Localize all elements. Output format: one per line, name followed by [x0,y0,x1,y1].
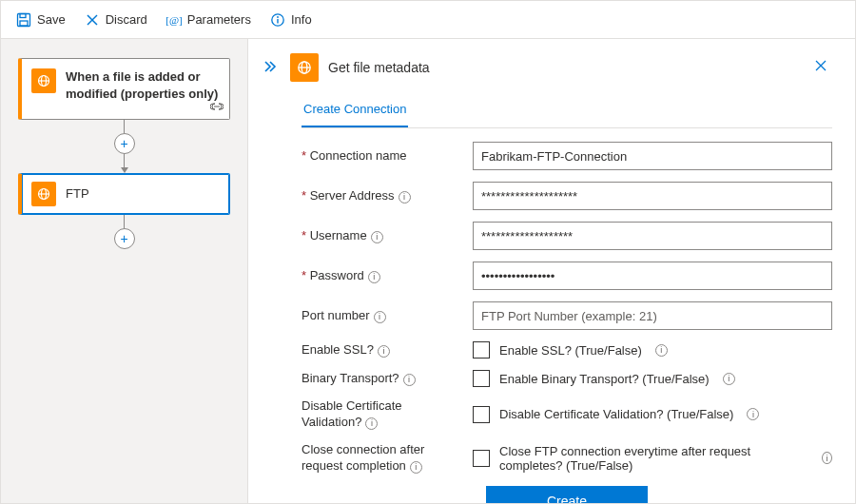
detail-panel: Get file metadata Create Connection Conn… [248,39,855,503]
label-cert: Disable Certificate Validation?i [302,398,463,431]
ftp-icon [31,68,56,93]
connector-2: + [18,215,230,249]
svg-rect-2 [20,21,28,26]
label-server-address: Server Addressi [302,188,463,204]
action-node-ftp[interactable]: FTP [18,173,230,215]
close-check-label: Close FTP connection everytime after req… [499,444,808,473]
svg-rect-8 [277,19,278,24]
connector-1: + [18,120,230,173]
close-checkbox[interactable] [473,450,490,467]
server-address-input[interactable] [473,182,832,210]
ssl-checkbox[interactable] [473,341,490,359]
label-ssl: Enable SSL?i [302,342,463,359]
info-icon[interactable]: i [822,452,832,464]
connection-name-input[interactable] [473,142,832,170]
binary-checkbox[interactable] [473,370,490,387]
panel-title: Get file metadata [328,60,430,75]
collapse-icon[interactable] [260,56,281,79]
discard-button[interactable]: Discard [77,7,155,33]
info-icon[interactable]: i [378,345,390,358]
add-step-button-2[interactable]: + [114,228,135,249]
info-icon[interactable]: i [747,408,759,420]
ftp-icon [31,182,56,206]
info-icon[interactable]: i [374,311,386,323]
connection-form: Connection name Server Addressi Username… [302,142,832,503]
save-label: Save [37,12,66,27]
binary-check-label: Enable Binary Transport? (True/False) [499,372,710,386]
label-close: Close connection after request completio… [302,442,463,475]
trigger-node-title: When a file is added or modified (proper… [66,68,220,102]
info-icon [270,12,285,28]
username-input[interactable] [473,222,832,250]
panel-header: Get file metadata [260,52,832,83]
close-icon[interactable] [809,52,832,83]
discard-label: Discard [106,12,147,27]
parameters-icon: [@] [166,12,182,28]
label-binary: Binary Transport?i [302,371,463,387]
tab-create-connection[interactable]: Create Connection [302,94,408,127]
svg-rect-1 [20,13,26,17]
info-button[interactable]: Info [263,7,320,33]
label-connection-name: Connection name [302,148,463,165]
info-icon[interactable]: i [368,271,380,283]
info-icon[interactable]: i [410,461,422,474]
add-step-button-1[interactable]: + [114,133,135,154]
label-port: Port numberi [302,308,463,324]
info-icon[interactable]: i [655,344,668,357]
port-input[interactable] [473,301,832,330]
save-button[interactable]: Save [9,7,73,33]
password-input[interactable] [473,262,832,290]
info-icon[interactable]: i [399,191,411,204]
info-icon[interactable]: i [365,417,378,430]
command-bar: Save Discard [@] Parameters Info [1,1,855,39]
create-button[interactable]: Create [486,486,648,503]
label-username: Usernamei [302,228,463,244]
info-icon[interactable]: i [371,231,383,243]
main-area: When a file is added or modified (proper… [1,39,855,503]
tab-row: Create Connection [302,94,832,128]
trigger-node[interactable]: When a file is added or modified (proper… [18,58,230,120]
discard-icon [85,12,100,28]
parameters-label: Parameters [187,12,251,27]
label-password: Passwordi [302,268,463,284]
info-icon[interactable]: i [723,373,735,385]
ssl-check-label: Enable SSL? (True/False) [499,343,642,358]
action-node-title: FTP [66,185,89,203]
info-icon[interactable]: i [403,374,416,386]
parameters-button[interactable]: [@] Parameters [159,7,259,33]
designer-canvas: When a file is added or modified (proper… [1,39,248,503]
link-icon [210,101,224,115]
cert-check-label: Disable Certificate Validation? (True/Fa… [499,407,733,421]
ftp-icon [290,53,319,82]
save-icon [16,12,31,28]
info-label: Info [291,12,312,27]
cert-checkbox[interactable] [473,406,490,423]
svg-text:[@]: [@] [166,14,182,26]
svg-point-7 [277,16,279,18]
